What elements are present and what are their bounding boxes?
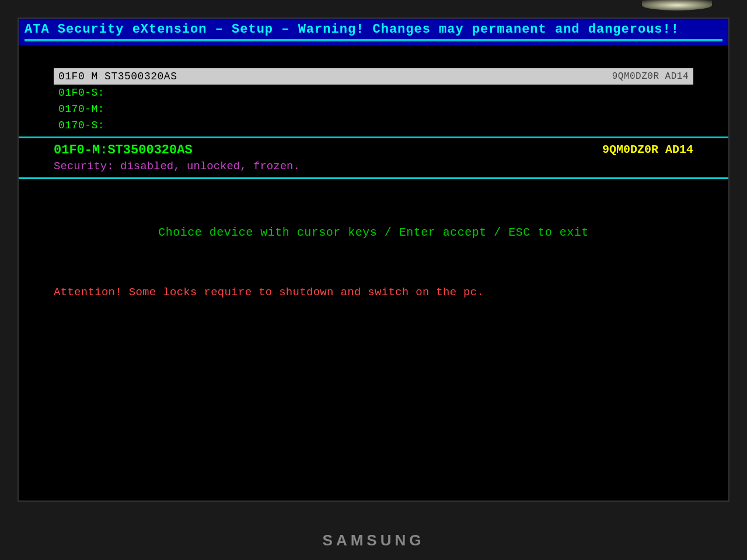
device-list-section: 01F0 M ST3500320AS 9QM0DZ0R AD14 01F0-S:… (19, 57, 728, 134)
title-bar-underline (25, 39, 722, 41)
attention-text: Attention! Some locks require to shutdow… (54, 286, 693, 299)
title-bar-text: ATA Security eXtension – Setup – Warning… (25, 22, 722, 37)
device-row-0170-m[interactable]: 0170-M: (54, 101, 693, 117)
instruction-text: Choice device with cursor keys / Enter a… (54, 226, 693, 239)
device-id-0170-s: 0170-S: (58, 120, 104, 131)
screen: ATA Security eXtension – Setup – Warning… (18, 18, 729, 502)
selected-device-security: Security: disabled, unlocked, frozen. (54, 160, 693, 173)
monitor-brand: SAMSUNG (323, 531, 425, 550)
monitor: ATA Security eXtension – Setup – Warning… (0, 0, 747, 560)
device-id-0170-m: 0170-M: (58, 103, 104, 115)
title-ata-part: ATA Security eXtension – Setup – Warning… (25, 22, 679, 37)
selected-device-firmware: 9QM0DZ0R AD14 (602, 143, 693, 158)
top-light-reflection (642, 0, 712, 10)
attention-area: Attention! Some locks require to shutdow… (19, 286, 728, 299)
selected-device-name-row: 01F0-M:ST3500320AS 9QM0DZ0R AD14 (54, 143, 693, 158)
device-row-0170-s[interactable]: 0170-S: (54, 117, 693, 134)
device-firmware-01f0-m: 9QM0DZ0R AD14 (612, 71, 689, 82)
selected-device-detail: 01F0-M:ST3500320AS 9QM0DZ0R AD14 Securit… (19, 136, 728, 179)
instruction-area: Choice device with cursor keys / Enter a… (19, 226, 728, 239)
selected-device-label: 01F0-M:ST3500320AS (54, 143, 193, 158)
device-id-01f0-s: 01F0-S: (58, 87, 104, 99)
device-row-01f0-m[interactable]: 01F0 M ST3500320AS 9QM0DZ0R AD14 (54, 68, 693, 85)
title-bar: ATA Security eXtension – Setup – Warning… (19, 19, 728, 45)
device-id-01f0-m: 01F0 M ST3500320AS (58, 71, 177, 82)
device-row-01f0-s[interactable]: 01F0-S: (54, 85, 693, 101)
